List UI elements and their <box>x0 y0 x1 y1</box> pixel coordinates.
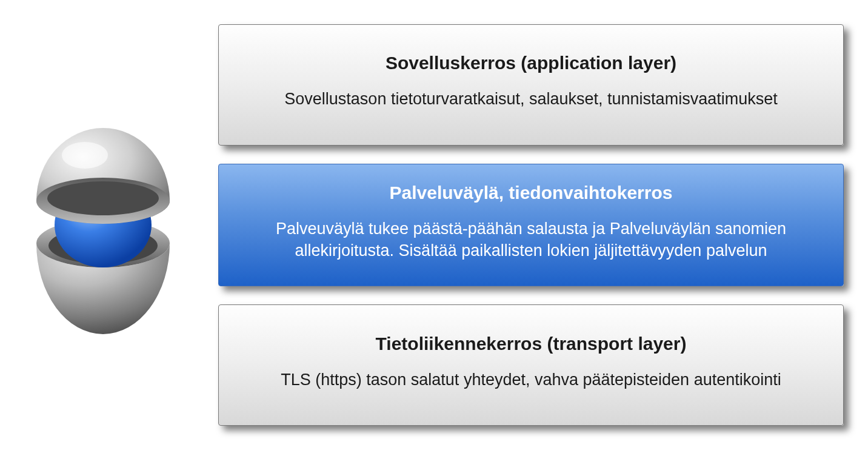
layer-description: Sovellustason tietoturvaratkaisut, salau… <box>243 88 819 110</box>
layer-description: Palveuväylä tukee päästä-päähän salausta… <box>243 218 819 262</box>
layered-sphere-icon <box>18 116 188 334</box>
diagram-container: Sovelluskerros (application layer) Sovel… <box>0 0 868 450</box>
layer-application: Sovelluskerros (application layer) Sovel… <box>218 24 844 146</box>
layer-service-bus: Palveluväylä, tiedonvaihtokerros Palveuv… <box>218 164 844 287</box>
svg-point-5 <box>47 181 159 215</box>
layer-transport: Tietoliikennekerros (transport layer) TL… <box>218 304 844 426</box>
layers-column: Sovelluskerros (application layer) Sovel… <box>218 6 844 444</box>
svg-point-6 <box>62 142 108 169</box>
layer-title: Palveluväylä, tiedonvaihtokerros <box>243 183 819 203</box>
layer-title: Tietoliikennekerros (transport layer) <box>243 334 819 354</box>
layer-description: TLS (https) tason salatut yhteydet, vahv… <box>243 369 819 391</box>
layer-title: Sovelluskerros (application layer) <box>243 53 819 73</box>
sphere-column <box>12 6 194 444</box>
